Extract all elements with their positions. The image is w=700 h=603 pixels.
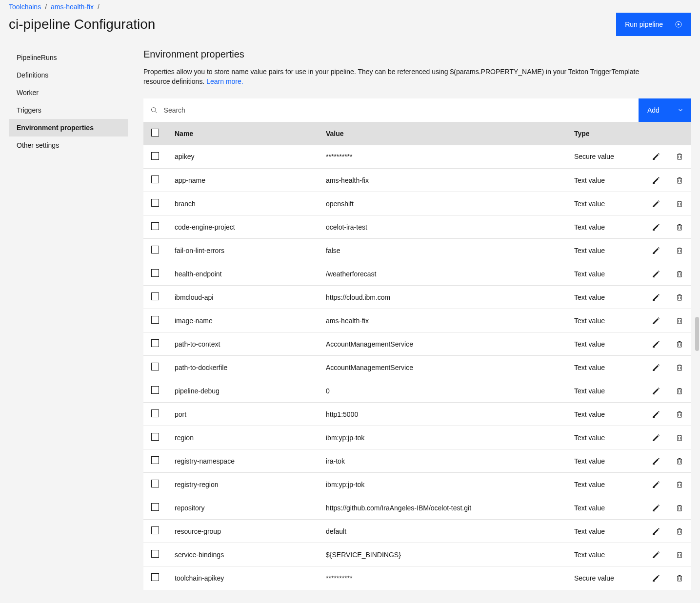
- row-checkbox[interactable]: [151, 409, 159, 417]
- row-checkbox[interactable]: [151, 433, 159, 441]
- table-row: toolchain-apikey**********Secure value: [143, 566, 691, 590]
- breadcrumb-sep: /: [45, 3, 47, 11]
- row-checkbox[interactable]: [151, 386, 159, 394]
- row-checkbox[interactable]: [151, 503, 159, 511]
- breadcrumb-toolchains[interactable]: Toolchains: [9, 3, 41, 11]
- col-header-value[interactable]: Value: [318, 122, 566, 145]
- edit-icon[interactable]: [646, 545, 666, 564]
- table-row: apikey**********Secure value: [143, 145, 691, 169]
- edit-icon[interactable]: [646, 451, 666, 471]
- trash-icon[interactable]: [670, 428, 689, 447]
- run-pipeline-button[interactable]: Run pipeline: [616, 13, 691, 36]
- row-checkbox[interactable]: [151, 246, 159, 253]
- row-checkbox[interactable]: [151, 316, 159, 324]
- col-header-type[interactable]: Type: [566, 122, 644, 145]
- row-checkbox[interactable]: [151, 269, 159, 277]
- edit-icon[interactable]: [646, 241, 666, 260]
- edit-icon[interactable]: [646, 147, 666, 166]
- sidebar-item-triggers[interactable]: Triggers: [9, 101, 128, 119]
- sidebar-item-env-props[interactable]: Environment properties: [9, 119, 128, 136]
- row-checkbox[interactable]: [151, 573, 159, 581]
- row-checkbox[interactable]: [151, 222, 159, 230]
- edit-icon[interactable]: [646, 498, 666, 518]
- sidebar-item-worker[interactable]: Worker: [9, 84, 128, 101]
- edit-icon[interactable]: [646, 264, 666, 284]
- cell-type: Text value: [566, 192, 644, 215]
- edit-icon[interactable]: [646, 171, 666, 190]
- main-content: Environment properties Properties allow …: [143, 49, 691, 590]
- sidebar-item-label: Triggers: [17, 106, 41, 114]
- table-row: service-bindings${SERVICE_BINDINGS}Text …: [143, 543, 691, 566]
- row-checkbox[interactable]: [151, 175, 159, 183]
- cell-value: default: [318, 520, 566, 543]
- trash-icon[interactable]: [670, 358, 689, 377]
- svg-rect-5: [653, 207, 655, 207]
- edit-icon[interactable]: [646, 217, 666, 237]
- trash-icon[interactable]: [670, 334, 689, 354]
- trash-icon[interactable]: [670, 217, 689, 237]
- cell-value: ams-health-fix: [318, 169, 566, 192]
- edit-icon[interactable]: [646, 475, 666, 494]
- trash-icon[interactable]: [670, 498, 689, 518]
- edit-icon[interactable]: [646, 428, 666, 447]
- cell-value: https://cloud.ibm.com: [318, 286, 566, 309]
- trash-icon[interactable]: [670, 147, 689, 166]
- learn-more-link[interactable]: Learn more.: [206, 78, 243, 85]
- sidebar-item-definitions[interactable]: Definitions: [9, 66, 128, 84]
- trash-icon[interactable]: [670, 475, 689, 494]
- edit-icon[interactable]: [646, 522, 666, 541]
- table-row: registry-regionibm:yp:jp-tokText value: [143, 473, 691, 496]
- section-description: Properties allow you to store name value…: [143, 67, 660, 87]
- edit-icon[interactable]: [646, 194, 666, 214]
- scrollbar-track[interactable]: [693, 0, 700, 603]
- trash-icon[interactable]: [670, 194, 689, 214]
- trash-icon[interactable]: [670, 522, 689, 541]
- cell-name: port: [167, 403, 318, 426]
- row-checkbox[interactable]: [151, 152, 159, 160]
- trash-icon[interactable]: [670, 405, 689, 424]
- select-all-checkbox[interactable]: [151, 129, 159, 136]
- breadcrumb-project[interactable]: ams-health-fix: [51, 3, 94, 11]
- svg-rect-12: [653, 370, 655, 371]
- search-field-wrap[interactable]: [143, 98, 639, 122]
- add-button[interactable]: Add: [639, 98, 691, 122]
- svg-rect-6: [653, 230, 655, 231]
- trash-icon[interactable]: [670, 568, 689, 588]
- row-checkbox[interactable]: [151, 292, 159, 300]
- row-checkbox[interactable]: [151, 456, 159, 464]
- cell-name: service-bindings: [167, 543, 318, 566]
- trash-icon[interactable]: [670, 241, 689, 260]
- row-checkbox[interactable]: [151, 339, 159, 347]
- row-checkbox[interactable]: [151, 199, 159, 207]
- trash-icon[interactable]: [670, 288, 689, 307]
- cell-type: Text value: [566, 262, 644, 286]
- edit-icon[interactable]: [646, 568, 666, 588]
- table-row: health-endpoint/weatherforecastText valu…: [143, 262, 691, 286]
- edit-icon[interactable]: [646, 381, 666, 401]
- trash-icon[interactable]: [670, 264, 689, 284]
- cell-type: Text value: [566, 286, 644, 309]
- sidebar-item-pipelineruns[interactable]: PipelineRuns: [9, 49, 128, 66]
- search-input[interactable]: [164, 106, 632, 114]
- scrollbar-thumb[interactable]: [695, 317, 699, 351]
- svg-rect-20: [653, 558, 655, 558]
- edit-icon[interactable]: [646, 311, 666, 331]
- trash-icon[interactable]: [670, 171, 689, 190]
- row-checkbox[interactable]: [151, 480, 159, 487]
- trash-icon[interactable]: [670, 545, 689, 564]
- edit-icon[interactable]: [646, 405, 666, 424]
- trash-icon[interactable]: [670, 311, 689, 331]
- row-checkbox[interactable]: [151, 550, 159, 558]
- edit-icon[interactable]: [646, 334, 666, 354]
- trash-icon[interactable]: [670, 451, 689, 471]
- row-checkbox[interactable]: [151, 363, 159, 370]
- col-header-name[interactable]: Name: [167, 122, 318, 145]
- row-checkbox[interactable]: [151, 526, 159, 534]
- trash-icon[interactable]: [670, 381, 689, 401]
- cell-name: health-endpoint: [167, 262, 318, 286]
- sidebar-item-label: Other settings: [17, 141, 59, 149]
- edit-icon[interactable]: [646, 358, 666, 377]
- edit-icon[interactable]: [646, 288, 666, 307]
- cell-type: Text value: [566, 543, 644, 566]
- sidebar-item-other-settings[interactable]: Other settings: [9, 136, 128, 154]
